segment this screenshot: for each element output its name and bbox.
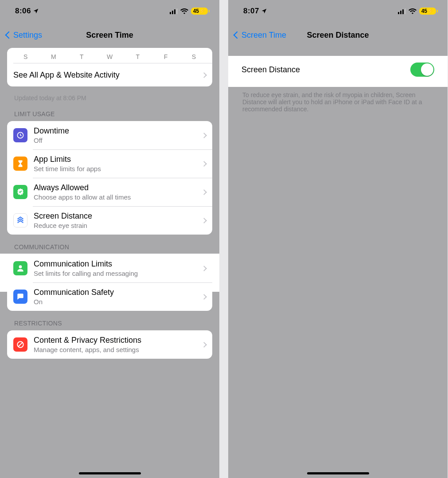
back-button[interactable]: Screen Time — [234, 31, 286, 40]
see-all-activity-row[interactable]: See All App & Website Activity — [7, 63, 212, 86]
clock-label: 8:06 — [15, 7, 31, 16]
chevron-right-icon — [201, 133, 207, 138]
screen-distance-row[interactable]: Screen Distance Reduce eye strain — [7, 206, 212, 235]
comm-limits-sub: Set limits for calling and messaging — [34, 270, 199, 277]
toggle-title: Screen Distance — [242, 65, 410, 74]
page-title: Screen Time — [86, 31, 133, 40]
app-limits-row[interactable]: App Limits Set time limits for apps — [7, 149, 212, 178]
screen-distance-toggle[interactable] — [410, 63, 434, 77]
chevron-right-icon — [201, 342, 207, 348]
screen-distance-toggle-group: Screen Distance — [235, 56, 440, 83]
location-icon — [33, 8, 39, 14]
communication-header: COMMUNICATION — [14, 243, 205, 251]
activity-group: S M T W T F S See All App & Website Acti… — [7, 48, 212, 86]
day-s2: S — [180, 53, 208, 60]
status-time: 8:06 — [15, 7, 39, 16]
chevron-right-icon — [201, 218, 207, 223]
limit-usage-group: Downtime Off App Limits Set time limits … — [7, 121, 212, 235]
svg-point-1 — [19, 265, 22, 268]
downtime-title: Downtime — [34, 126, 199, 136]
status-icons: 45⚡ — [170, 8, 208, 15]
comm-safety-title: Communication Safety — [34, 288, 199, 297]
status-time: 8:07 — [243, 7, 267, 16]
chevron-right-icon — [201, 266, 207, 271]
screen-distance-icon — [13, 213, 27, 227]
app-limits-title: App Limits — [34, 155, 199, 164]
back-label: Screen Time — [242, 31, 286, 40]
clock-label: 8:07 — [243, 7, 259, 16]
status-bar: 8:07 45⚡ — [228, 0, 448, 22]
wifi-icon — [409, 8, 417, 14]
chevron-left-icon — [5, 31, 13, 39]
home-indicator — [307, 472, 369, 474]
communication-safety-row[interactable]: Communication Safety On — [7, 282, 212, 311]
content-area: Screen Distance To reduce eye strain, an… — [228, 48, 448, 478]
footer-description: To reduce eye strain, and the risk of my… — [242, 91, 433, 113]
always-allowed-row[interactable]: Always Allowed Choose apps to allow at a… — [7, 178, 212, 206]
screen-distance-sub: Reduce eye strain — [34, 222, 199, 229]
cellular-icon — [170, 8, 178, 14]
downtime-icon — [13, 128, 27, 142]
day-t: T — [68, 53, 96, 60]
screenshot-screen-time: 8:06 45⚡ Settings Screen Time S M T W T … — [0, 0, 219, 478]
page-title: Screen Distance — [307, 31, 369, 40]
always-allowed-title: Always Allowed — [34, 183, 199, 192]
chevron-right-icon — [201, 72, 207, 78]
screen-distance-title: Screen Distance — [34, 212, 199, 221]
communication-limits-row[interactable]: Communication Limits Set limits for call… — [7, 254, 212, 282]
battery-badge: 45⚡ — [419, 8, 436, 15]
see-all-activity-label: See All App & Website Activity — [13, 71, 199, 80]
day-f: F — [152, 53, 179, 60]
comm-safety-sub: On — [34, 298, 199, 306]
communication-group: Communication Limits Set limits for call… — [7, 254, 212, 311]
check-badge-icon — [13, 185, 27, 199]
chevron-right-icon — [201, 189, 207, 195]
updated-label: Updated today at 8:06 PM — [14, 94, 219, 102]
day-t2: T — [124, 53, 152, 60]
back-label: Settings — [13, 31, 42, 40]
day-m: M — [39, 53, 67, 60]
back-button[interactable]: Settings — [6, 31, 42, 40]
chevron-left-icon — [234, 31, 241, 39]
battery-badge: 45⚡ — [191, 8, 208, 15]
wifi-icon — [180, 8, 188, 14]
content-area: S M T W T F S See All App & Website Acti… — [0, 48, 219, 478]
app-limits-sub: Set time limits for apps — [34, 165, 199, 172]
location-icon — [261, 8, 267, 14]
status-icons: 45⚡ — [398, 8, 436, 15]
restrictions-header: RESTRICTIONS — [14, 320, 205, 327]
nav-bar: Screen Time Screen Distance — [228, 22, 448, 48]
screenshot-screen-distance: 8:07 45⚡ Screen Time Screen Distance Scr… — [228, 0, 448, 478]
downtime-row[interactable]: Downtime Off — [7, 121, 212, 149]
screen-distance-toggle-row[interactable]: Screen Distance — [235, 56, 440, 83]
chat-bubble-icon — [13, 290, 27, 304]
home-indicator — [79, 472, 141, 474]
day-s: S — [12, 53, 39, 60]
no-entry-icon — [13, 337, 27, 352]
restrictions-group: Content & Privacy Restrictions Manage co… — [7, 330, 212, 359]
hourglass-icon — [13, 157, 27, 171]
nav-bar: Settings Screen Time — [0, 22, 219, 48]
content-privacy-sub: Manage content, apps, and settings — [34, 346, 199, 353]
day-w: W — [96, 53, 124, 60]
content-privacy-row[interactable]: Content & Privacy Restrictions Manage co… — [7, 330, 212, 359]
always-allowed-sub: Choose apps to allow at all times — [34, 193, 199, 201]
weekday-row: S M T W T F S — [7, 50, 212, 63]
content-privacy-title: Content & Privacy Restrictions — [34, 336, 199, 345]
toggle-knob — [421, 63, 433, 76]
limit-usage-header: LIMIT USAGE — [14, 110, 205, 118]
chevron-right-icon — [201, 294, 207, 300]
chevron-right-icon — [201, 161, 207, 167]
status-bar: 8:06 45⚡ — [0, 0, 219, 22]
person-icon — [13, 261, 27, 275]
comm-limits-title: Communication Limits — [34, 259, 199, 269]
cellular-icon — [398, 8, 406, 14]
downtime-sub: Off — [34, 137, 199, 144]
